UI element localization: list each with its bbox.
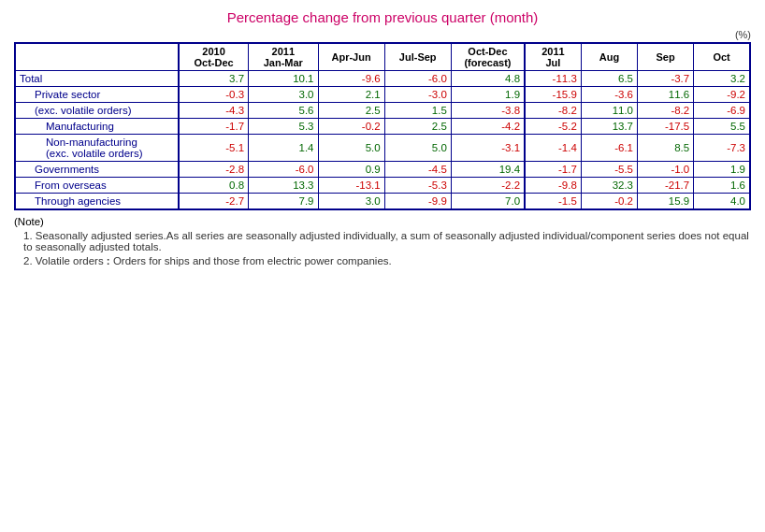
cell-value: -5.3 — [384, 178, 451, 194]
cell-value: -4.5 — [384, 162, 451, 178]
cell-value: -1.7 — [525, 162, 581, 178]
cell-value: 5.0 — [384, 135, 451, 162]
row-label: (exc. volatile orders) — [15, 103, 179, 119]
cell-value: 5.6 — [249, 103, 318, 119]
page-title: Percentage change from previous quarter … — [14, 9, 751, 25]
row-label: Non-manufacturing(exc. volatile orders) — [15, 135, 179, 162]
cell-value: 3.0 — [249, 87, 318, 103]
cell-value: 11.0 — [581, 103, 637, 119]
cell-value: 5.5 — [694, 119, 750, 135]
cell-value: 10.1 — [249, 71, 318, 87]
cell-value: -6.9 — [694, 103, 750, 119]
col-header-oct-dec-2010: 2010Oct-Dec — [179, 43, 248, 71]
cell-value: 5.0 — [318, 135, 384, 162]
note-item-2: 2. Volatile orders : Orders for ships an… — [23, 255, 751, 266]
cell-value: -4.3 — [179, 103, 248, 119]
cell-value: -21.7 — [638, 178, 694, 194]
col-header-sep: Sep — [638, 43, 694, 71]
cell-value: 3.7 — [179, 71, 248, 87]
table-row: Through agencies-2.77.93.0-9.97.0-1.5-0.… — [15, 194, 750, 210]
cell-value: -9.6 — [318, 71, 384, 87]
row-label: Total — [15, 71, 179, 87]
cell-value: -6.1 — [581, 135, 637, 162]
cell-value: -3.7 — [638, 71, 694, 87]
cell-value: 1.9 — [694, 162, 750, 178]
cell-value: -6.0 — [249, 162, 318, 178]
cell-value: 13.3 — [249, 178, 318, 194]
cell-value: -17.5 — [638, 119, 694, 135]
cell-value: -3.6 — [581, 87, 637, 103]
cell-value: -6.0 — [384, 71, 451, 87]
cell-value: 15.9 — [638, 194, 694, 210]
cell-value: 4.8 — [451, 71, 525, 87]
table-row: Non-manufacturing(exc. volatile orders)-… — [15, 135, 750, 162]
cell-value: -7.3 — [694, 135, 750, 162]
col-header-jan-mar: 2011Jan-Mar — [249, 43, 318, 71]
col-header-jul-sep: Jul-Sep — [384, 43, 451, 71]
row-label: Manufacturing — [15, 119, 179, 135]
cell-value: -2.7 — [179, 194, 248, 210]
cell-value: 3.0 — [318, 194, 384, 210]
table-row: From overseas0.813.3-13.1-5.3-2.2-9.832.… — [15, 178, 750, 194]
table-row: Total3.710.1-9.6-6.04.8-11.36.5-3.73.2 — [15, 71, 750, 87]
cell-value: 19.4 — [451, 162, 525, 178]
cell-value: -0.2 — [581, 194, 637, 210]
cell-value: -2.8 — [179, 162, 248, 178]
cell-value: -5.5 — [581, 162, 637, 178]
cell-value: 13.7 — [581, 119, 637, 135]
cell-value: -15.9 — [525, 87, 581, 103]
cell-value: -1.0 — [638, 162, 694, 178]
col-header-oct: Oct — [694, 43, 750, 71]
cell-value: -3.0 — [384, 87, 451, 103]
cell-value: -1.5 — [525, 194, 581, 210]
notes-title: (Note) — [14, 216, 751, 227]
cell-value: 1.4 — [249, 135, 318, 162]
note-item-1: 1. Seasonally adjusted series.As all ser… — [23, 230, 751, 252]
cell-value: -4.2 — [451, 119, 525, 135]
table-row: Governments-2.8-6.00.9-4.519.4-1.7-5.5-1… — [15, 162, 750, 178]
cell-value: 7.0 — [451, 194, 525, 210]
cell-value: -1.4 — [525, 135, 581, 162]
cell-value: -9.9 — [384, 194, 451, 210]
col-header-apr-jun: Apr-Jun — [318, 43, 384, 71]
cell-value: 0.9 — [318, 162, 384, 178]
row-label: Through agencies — [15, 194, 179, 210]
cell-value: -11.3 — [525, 71, 581, 87]
cell-value: -5.1 — [179, 135, 248, 162]
cell-value: 1.9 — [451, 87, 525, 103]
col-header-aug: Aug — [581, 43, 637, 71]
row-label: From overseas — [15, 178, 179, 194]
cell-value: 2.5 — [318, 103, 384, 119]
cell-value: -3.1 — [451, 135, 525, 162]
table-row: Manufacturing-1.75.3-0.22.5-4.2-5.213.7-… — [15, 119, 750, 135]
cell-value: -8.2 — [638, 103, 694, 119]
cell-value: -0.3 — [179, 87, 248, 103]
col-header-oct-dec-forecast: Oct-Dec(forecast) — [451, 43, 525, 71]
cell-value: 1.5 — [384, 103, 451, 119]
cell-value: 0.8 — [179, 178, 248, 194]
cell-value: 2.1 — [318, 87, 384, 103]
cell-value: -9.2 — [694, 87, 750, 103]
table-row: Private sector-0.33.02.1-3.01.9-15.9-3.6… — [15, 87, 750, 103]
cell-value: -13.1 — [318, 178, 384, 194]
data-table: 2010Oct-Dec 2011Jan-Mar Apr-Jun Jul-Sep … — [14, 42, 751, 210]
cell-value: 4.0 — [694, 194, 750, 210]
cell-value: 7.9 — [249, 194, 318, 210]
cell-value: 6.5 — [581, 71, 637, 87]
cell-value: -2.2 — [451, 178, 525, 194]
row-label: Governments — [15, 162, 179, 178]
col-header-label — [15, 43, 179, 71]
cell-value: 3.2 — [694, 71, 750, 87]
cell-value: 2.5 — [384, 119, 451, 135]
cell-value: -5.2 — [525, 119, 581, 135]
notes-section: (Note) 1. Seasonally adjusted series.As … — [14, 216, 751, 266]
col-header-2011-jul: 2011Jul — [525, 43, 581, 71]
table-row: (exc. volatile orders)-4.35.62.51.5-3.8-… — [15, 103, 750, 119]
cell-value: 5.3 — [249, 119, 318, 135]
unit-label: (%) — [14, 29, 751, 40]
header-row: 2010Oct-Dec 2011Jan-Mar Apr-Jun Jul-Sep … — [15, 43, 750, 71]
cell-value: 1.6 — [694, 178, 750, 194]
cell-value: -1.7 — [179, 119, 248, 135]
cell-value: 11.6 — [638, 87, 694, 103]
cell-value: -0.2 — [318, 119, 384, 135]
